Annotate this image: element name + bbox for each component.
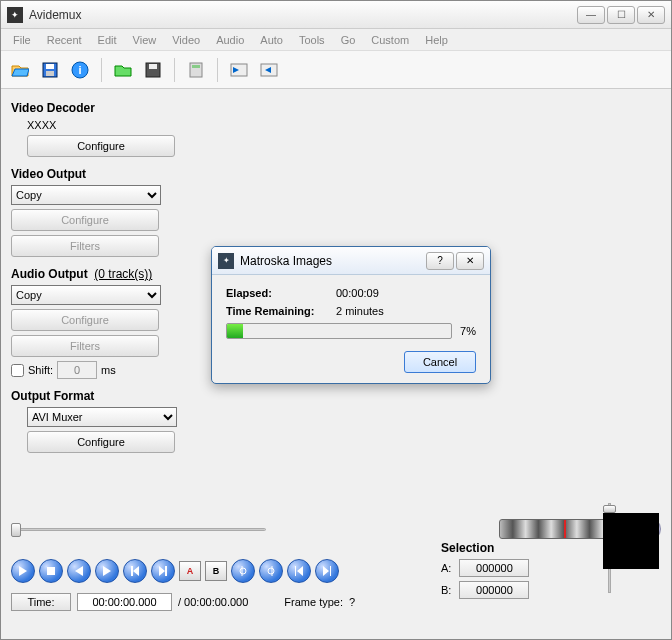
play-icon[interactable] xyxy=(256,57,282,83)
progress-percent: 7% xyxy=(460,325,476,337)
toolbar-separator xyxy=(217,58,218,82)
first-frame-button[interactable] xyxy=(287,559,311,583)
menubar: File Recent Edit View Video Audio Auto T… xyxy=(1,29,671,51)
stop-button[interactable] xyxy=(39,559,63,583)
toolbar-separator xyxy=(174,58,175,82)
frame-type-value: ? xyxy=(349,596,355,608)
save-project-icon[interactable] xyxy=(140,57,166,83)
video-output-header: Video Output xyxy=(11,167,191,181)
time-total: / 00:00:00.000 xyxy=(178,596,248,608)
dialog-close-button[interactable]: ✕ xyxy=(456,252,484,270)
menu-go[interactable]: Go xyxy=(333,32,364,48)
info-icon[interactable]: i xyxy=(67,57,93,83)
audio-output-select[interactable]: Copy xyxy=(11,285,161,305)
audio-output-header: Audio Output (0 track(s)) xyxy=(11,267,191,281)
audio-output-configure-button[interactable]: Configure xyxy=(11,309,159,331)
save-icon[interactable] xyxy=(37,57,63,83)
video-output-filters-button[interactable]: Filters xyxy=(11,235,159,257)
app-icon: ✦ xyxy=(7,7,23,23)
menu-edit[interactable]: Edit xyxy=(90,32,125,48)
toolbar-separator xyxy=(101,58,102,82)
menu-recent[interactable]: Recent xyxy=(39,32,90,48)
menu-auto[interactable]: Auto xyxy=(252,32,291,48)
shift-value-input[interactable] xyxy=(57,361,97,379)
calculator-icon[interactable] xyxy=(183,57,209,83)
selection-panel: Selection A:000000 B:000000 xyxy=(441,541,581,599)
window-title: Avidemux xyxy=(29,8,575,22)
next-frame-button[interactable] xyxy=(95,559,119,583)
svg-point-12 xyxy=(240,568,246,574)
output-format-header: Output Format xyxy=(11,389,191,403)
remaining-label: Time Remaining: xyxy=(226,305,336,317)
svg-rect-6 xyxy=(149,64,157,69)
timeline-slider[interactable] xyxy=(11,519,491,539)
selection-b-value: 000000 xyxy=(459,581,529,599)
prev-cut-button[interactable] xyxy=(231,559,255,583)
prev-keyframe-button[interactable] xyxy=(123,559,147,583)
svg-rect-2 xyxy=(46,71,54,76)
close-button[interactable]: ✕ xyxy=(637,6,665,24)
menu-video[interactable]: Video xyxy=(164,32,208,48)
open-icon[interactable] xyxy=(7,57,33,83)
remaining-value: 2 minutes xyxy=(336,305,384,317)
video-output-select[interactable]: Copy xyxy=(11,185,161,205)
selection-b-label: B: xyxy=(441,584,451,596)
time-current[interactable]: 00:00:00.000 xyxy=(77,593,172,611)
audio-output-filters-button[interactable]: Filters xyxy=(11,335,159,357)
elapsed-value: 00:00:09 xyxy=(336,287,379,299)
svg-text:i: i xyxy=(78,64,81,76)
last-frame-button[interactable] xyxy=(315,559,339,583)
main-window: ✦ Avidemux — ☐ ✕ File Recent Edit View V… xyxy=(0,0,672,640)
output-format-configure-button[interactable]: Configure xyxy=(27,431,175,453)
preview-thumbnail xyxy=(603,513,659,569)
menu-view[interactable]: View xyxy=(125,32,165,48)
shift-checkbox[interactable] xyxy=(11,364,24,377)
decoder-configure-button[interactable]: Configure xyxy=(27,135,175,157)
menu-file[interactable]: File xyxy=(5,32,39,48)
minimize-button[interactable]: — xyxy=(577,6,605,24)
bottom-panel: A B Time: 00:00:00.000 / 00:00:00.000 Fr… xyxy=(1,511,671,639)
open-project-icon[interactable] xyxy=(110,57,136,83)
video-decoder-header: Video Decoder xyxy=(11,101,191,115)
prev-frame-button[interactable] xyxy=(67,559,91,583)
menu-audio[interactable]: Audio xyxy=(208,32,252,48)
toolbar: i xyxy=(1,51,671,89)
set-marker-a-button[interactable]: A xyxy=(179,561,201,581)
dialog-help-button[interactable]: ? xyxy=(426,252,454,270)
svg-rect-8 xyxy=(192,65,200,68)
frame-type-label: Frame type: xyxy=(284,596,343,608)
dialog-title: Matroska Images xyxy=(240,254,424,268)
selection-a-label: A: xyxy=(441,562,451,574)
titlebar: ✦ Avidemux — ☐ ✕ xyxy=(1,1,671,29)
svg-rect-1 xyxy=(46,64,54,69)
audio-tracks-link[interactable]: (0 track(s)) xyxy=(94,267,152,281)
shift-label: Shift: xyxy=(28,364,53,376)
menu-tools[interactable]: Tools xyxy=(291,32,333,48)
elapsed-label: Elapsed: xyxy=(226,287,336,299)
shift-row: Shift: ms xyxy=(11,361,191,379)
svg-point-13 xyxy=(268,568,274,574)
next-cut-button[interactable] xyxy=(259,559,283,583)
cancel-button[interactable]: Cancel xyxy=(404,351,476,373)
selection-a-value: 000000 xyxy=(459,559,529,577)
time-button[interactable]: Time: xyxy=(11,593,71,611)
decoder-name: XXXX xyxy=(27,119,191,131)
svg-rect-11 xyxy=(47,567,55,575)
progress-dialog: ✦ Matroska Images ? ✕ Elapsed:00:00:09 T… xyxy=(211,246,491,384)
selection-header: Selection xyxy=(441,541,581,555)
dialog-titlebar: ✦ Matroska Images ? ✕ xyxy=(212,247,490,275)
menu-custom[interactable]: Custom xyxy=(363,32,417,48)
output-format-select[interactable]: AVI Muxer xyxy=(27,407,177,427)
shift-unit: ms xyxy=(101,364,116,376)
next-keyframe-button[interactable] xyxy=(151,559,175,583)
maximize-button[interactable]: ☐ xyxy=(607,6,635,24)
play-button[interactable] xyxy=(11,559,35,583)
progress-bar xyxy=(226,323,452,339)
set-marker-b-button[interactable]: B xyxy=(205,561,227,581)
play-filtered-icon[interactable] xyxy=(226,57,252,83)
video-output-configure-button[interactable]: Configure xyxy=(11,209,159,231)
dialog-icon: ✦ xyxy=(218,253,234,269)
menu-help[interactable]: Help xyxy=(417,32,456,48)
